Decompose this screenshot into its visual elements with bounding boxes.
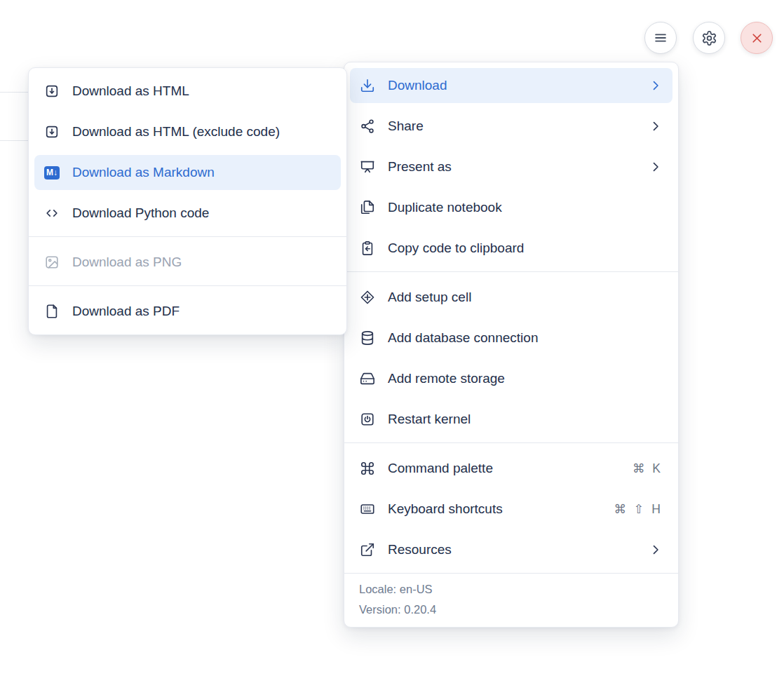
notebook-actions-menu: Download Share Present xyxy=(344,62,679,628)
menu-footer: Locale: en-US Version: 0.20.4 xyxy=(344,573,678,627)
close-icon xyxy=(750,31,764,46)
code-icon xyxy=(44,205,60,221)
share-icon xyxy=(360,119,375,134)
command-icon xyxy=(360,461,375,476)
menu-item-label: Download as HTML xyxy=(72,83,331,99)
menu-item-label: Share xyxy=(388,119,636,134)
gear-icon xyxy=(701,30,717,46)
chevron-right-icon xyxy=(649,543,663,557)
menu-separator xyxy=(29,236,346,237)
menu-item-label: Download Python code xyxy=(72,205,331,221)
presentation-icon xyxy=(360,159,375,175)
menu-item-download[interactable]: Download xyxy=(350,68,673,103)
submenu-item-download-as-html[interactable]: Download as HTML xyxy=(34,74,341,109)
menu-item-label: Command palette xyxy=(388,461,620,476)
diamond-plus-icon xyxy=(360,290,375,305)
power-icon xyxy=(360,412,375,427)
menu-separator xyxy=(344,442,678,443)
menu-item-label: Add setup cell xyxy=(388,290,663,305)
markdown-badge-icon: M↓ xyxy=(44,165,60,180)
menu-item-label: Download as Markdown xyxy=(72,165,331,180)
hamburger-icon xyxy=(653,30,668,46)
menu-item-present-as[interactable]: Present as xyxy=(350,149,673,184)
submenu-item-download-as-png[interactable]: Download as PNG xyxy=(34,245,341,280)
shortcut-hint: ⌘ K xyxy=(633,461,663,476)
submenu-item-download-python-code[interactable]: Download Python code xyxy=(34,196,341,231)
duplicate-icon xyxy=(360,200,375,215)
menu-item-resources[interactable]: Resources xyxy=(350,532,673,567)
locale-text: Locale: en-US xyxy=(359,583,663,596)
menu-item-duplicate-notebook[interactable]: Duplicate notebook xyxy=(350,190,673,225)
keyboard-icon xyxy=(360,501,375,517)
menu-item-label: Download as PDF xyxy=(72,304,331,319)
file-download-icon xyxy=(44,124,60,140)
menu-item-add-remote-storage[interactable]: Add remote storage xyxy=(350,361,673,396)
notebook-page: Download Share Present xyxy=(0,0,784,690)
menu-item-label: Restart kernel xyxy=(388,412,663,427)
submenu-item-download-as-markdown[interactable]: M↓ Download as Markdown xyxy=(34,155,341,190)
database-icon xyxy=(360,330,375,346)
menu-item-label: Add remote storage xyxy=(388,371,663,386)
menu-item-label: Present as xyxy=(388,159,636,175)
menu-item-label: Add database connection xyxy=(388,330,663,346)
menu-separator xyxy=(29,285,346,286)
menu-item-label: Resources xyxy=(388,542,636,557)
shortcut-hint: ⌘ ⇧ H xyxy=(614,502,663,517)
download-icon xyxy=(360,78,375,93)
menu-item-copy-code[interactable]: Copy code to clipboard xyxy=(350,231,673,266)
menu-item-label: Download as PNG xyxy=(72,255,331,270)
hard-drive-icon xyxy=(360,371,375,386)
download-submenu: Download as HTML Download as HTML (exclu… xyxy=(28,67,347,335)
menu-item-add-database-connection[interactable]: Add database connection xyxy=(350,320,673,356)
menu-item-label: Duplicate notebook xyxy=(388,200,663,215)
notebook-menu-button[interactable] xyxy=(644,22,677,54)
menu-item-label: Download as HTML (exclude code) xyxy=(72,124,331,140)
menu-item-command-palette[interactable]: Command palette ⌘ K xyxy=(350,451,673,486)
file-download-icon xyxy=(44,83,60,99)
menu-item-label: Copy code to clipboard xyxy=(388,241,663,256)
menu-item-restart-kernel[interactable]: Restart kernel xyxy=(350,402,673,437)
menu-item-label: Keyboard shortcuts xyxy=(388,501,601,517)
chevron-right-icon xyxy=(649,119,663,133)
menu-item-share[interactable]: Share xyxy=(350,109,673,144)
settings-button[interactable] xyxy=(693,22,725,54)
menu-item-keyboard-shortcuts[interactable]: Keyboard shortcuts ⌘ ⇧ H xyxy=(350,492,673,527)
submenu-item-download-as-html-exclude-code[interactable]: Download as HTML (exclude code) xyxy=(34,114,341,149)
close-button[interactable] xyxy=(741,22,773,54)
file-icon xyxy=(44,304,60,319)
page-divider-line xyxy=(0,140,29,141)
menu-separator xyxy=(344,271,678,272)
menu-item-label: Download xyxy=(388,78,636,93)
clipboard-copy-icon xyxy=(360,241,375,256)
submenu-item-download-as-pdf[interactable]: Download as PDF xyxy=(34,294,341,329)
image-icon xyxy=(44,255,60,270)
chevron-right-icon xyxy=(649,79,663,93)
external-link-icon xyxy=(360,542,375,557)
page-divider-line xyxy=(0,92,29,93)
menu-item-add-setup-cell[interactable]: Add setup cell xyxy=(350,280,673,315)
version-text: Version: 0.20.4 xyxy=(359,603,663,616)
chevron-right-icon xyxy=(649,160,663,174)
